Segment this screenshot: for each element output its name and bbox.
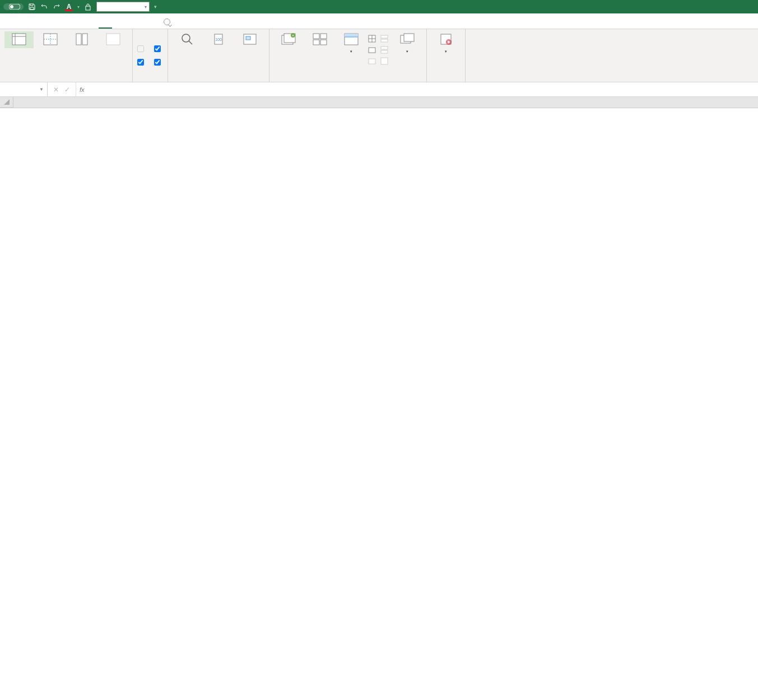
svg-rect-40 xyxy=(404,34,414,41)
svg-rect-27 xyxy=(345,34,358,37)
svg-rect-24 xyxy=(313,40,319,45)
group-label xyxy=(4,80,128,81)
svg-line-13 xyxy=(189,41,192,44)
switch-windows-button[interactable]: ▾ xyxy=(393,31,422,55)
lightbulb-icon xyxy=(164,18,170,25)
spreadsheet-grid[interactable] xyxy=(0,97,758,108)
tab-insert[interactable] xyxy=(31,22,45,29)
svg-rect-10 xyxy=(82,34,87,45)
save-icon[interactable] xyxy=(28,3,36,11)
split-button[interactable] xyxy=(368,34,378,43)
name-box[interactable]: ▼ xyxy=(0,82,48,96)
svg-rect-3 xyxy=(12,34,26,45)
side-by-side-button xyxy=(380,34,390,43)
qat-customize-icon[interactable]: ▾ xyxy=(154,4,157,10)
group-label xyxy=(431,80,461,81)
undo-icon[interactable] xyxy=(40,3,48,11)
tab-home[interactable] xyxy=(18,22,31,29)
cancel-icon[interactable]: ✕ xyxy=(53,86,59,94)
customviews-button[interactable] xyxy=(99,31,128,48)
svg-rect-25 xyxy=(320,40,327,45)
tab-view[interactable] xyxy=(99,21,112,29)
fx-icon[interactable]: fx xyxy=(76,86,88,93)
tab-help[interactable] xyxy=(125,22,139,29)
svg-text:100: 100 xyxy=(215,38,222,41)
formulabar-checkbox[interactable] xyxy=(154,44,163,54)
tell-me-search[interactable] xyxy=(164,18,174,29)
tab-pagelayout[interactable] xyxy=(45,22,58,29)
arrange-all-button[interactable] xyxy=(305,31,334,48)
new-window-button[interactable]: + xyxy=(274,31,303,48)
tab-review[interactable] xyxy=(85,22,99,29)
ruler-checkbox[interactable] xyxy=(137,44,146,54)
zoom-button[interactable] xyxy=(173,31,202,48)
tab-data[interactable] xyxy=(72,22,85,29)
pagelayout-button[interactable] xyxy=(67,31,96,48)
group-label xyxy=(137,80,163,81)
svg-rect-32 xyxy=(369,48,375,53)
macros-button[interactable]: ▾ xyxy=(431,31,461,55)
svg-text:+: + xyxy=(292,34,294,38)
zoom-100-button[interactable]: 100 xyxy=(204,31,233,48)
freeze-panes-button[interactable]: ▾ xyxy=(337,31,366,55)
tab-powerpivot[interactable] xyxy=(139,22,152,29)
tab-formulas[interactable] xyxy=(58,22,72,29)
hide-button[interactable] xyxy=(368,45,378,54)
svg-rect-2 xyxy=(86,6,90,10)
normal-view-button[interactable] xyxy=(4,31,34,48)
svg-rect-38 xyxy=(381,58,388,64)
svg-rect-33 xyxy=(369,59,375,64)
zoom-selection-button[interactable] xyxy=(235,31,264,48)
sync-scroll-button xyxy=(380,45,390,54)
enter-icon[interactable]: ✓ xyxy=(64,86,70,94)
ribbon: 100 + ▾ ▾ ▾ xyxy=(0,29,758,82)
lock-icon[interactable] xyxy=(84,3,92,11)
group-label xyxy=(173,80,264,81)
svg-rect-37 xyxy=(381,50,388,53)
svg-rect-17 xyxy=(246,36,250,40)
svg-rect-34 xyxy=(381,35,388,38)
svg-point-1 xyxy=(10,5,13,8)
redo-icon[interactable] xyxy=(53,3,61,11)
autosave-toggle[interactable] xyxy=(3,3,24,10)
reset-window-button xyxy=(380,56,390,66)
svg-rect-22 xyxy=(313,34,319,39)
gridlines-checkbox[interactable] xyxy=(137,57,146,67)
group-label xyxy=(274,80,422,81)
headings-checkbox[interactable] xyxy=(154,57,163,67)
tab-developer[interactable] xyxy=(112,22,125,29)
svg-rect-9 xyxy=(76,34,81,45)
pagebreak-button[interactable] xyxy=(36,31,65,48)
svg-point-12 xyxy=(182,34,190,42)
menu-tabs xyxy=(0,13,758,29)
formula-bar: ▼ ✕ ✓ fx xyxy=(0,82,758,97)
svg-rect-36 xyxy=(381,47,388,49)
svg-rect-23 xyxy=(320,34,327,39)
select-all-corner[interactable] xyxy=(0,97,13,108)
tab-file[interactable] xyxy=(4,22,18,29)
svg-rect-35 xyxy=(381,39,388,42)
font-selector[interactable]: ▾ xyxy=(96,2,150,12)
unhide-button xyxy=(368,56,378,66)
titlebar: A ▾ ▾ ▾ xyxy=(0,0,758,13)
font-color-icon[interactable]: A xyxy=(65,3,73,11)
svg-marker-44 xyxy=(4,99,10,105)
svg-rect-11 xyxy=(106,34,120,45)
